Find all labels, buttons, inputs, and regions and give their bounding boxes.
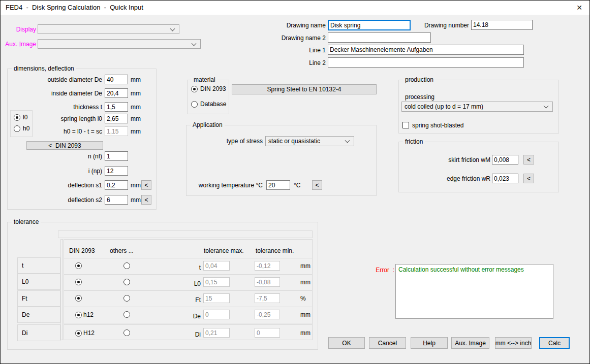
edge-friction-input[interactable]: [492, 174, 518, 183]
n-label: n (nf): [18, 153, 102, 160]
thickness-input[interactable]: [105, 102, 128, 112]
tolerance-t-others-radio[interactable]: [123, 262, 130, 269]
drawing-name-input[interactable]: [328, 20, 411, 30]
processing-value: cold coiled (up to d = 17 mm): [405, 103, 483, 110]
calc-button[interactable]: Calc: [539, 337, 570, 349]
h0-unit: mm: [131, 128, 141, 135]
drawing-name-label: Drawing name: [275, 22, 326, 29]
outside-diameter-unit: mm: [131, 76, 141, 83]
help-button[interactable]: Help: [411, 337, 448, 349]
working-temperature-input[interactable]: [266, 180, 290, 190]
tolerance-l0-din-radio[interactable]: [75, 279, 84, 285]
mm-inch-button[interactable]: mm <--> inch: [495, 337, 532, 349]
window-title: FED4 - Disk Spring Calculation - Quick I…: [6, 1, 143, 15]
tolerance-de-din-radio[interactable]: h12: [75, 311, 94, 318]
spring-length-unit: mm: [131, 115, 141, 122]
din-2093-radio[interactable]: DIN 2093: [191, 85, 226, 92]
processing-select[interactable]: cold coiled (up to d = 17 mm): [401, 102, 553, 112]
deflection-s2-input[interactable]: [105, 195, 128, 205]
thickness-unit: mm: [131, 104, 141, 111]
col-header-max: tolerance max.: [204, 247, 244, 254]
tolerance-de-unit: mm: [300, 311, 310, 318]
inside-diameter-input[interactable]: [105, 88, 128, 98]
din-2093-button[interactable]: < DIN 2093: [26, 141, 103, 150]
aux-image-select[interactable]: [38, 39, 201, 49]
tolerance-di-others-radio[interactable]: [123, 329, 130, 336]
radio-dot: [75, 262, 82, 269]
tolerance-di-min-input: [255, 328, 280, 338]
deflection-s1-label: deflection s1: [18, 182, 102, 189]
close-button[interactable]: ✕: [571, 1, 587, 15]
outside-diameter-label: outside diameter De: [18, 76, 102, 83]
friction-group-title: friction: [403, 138, 425, 146]
radio-dot: [191, 86, 198, 92]
tolerance-di-din-suffix: H12: [83, 329, 95, 337]
line1-label: Line 1: [275, 47, 326, 54]
shot-blasted-checkbox[interactable]: [402, 122, 409, 128]
tolerance-de-din-suffix: h12: [83, 311, 94, 318]
type-of-stress-select[interactable]: static or quasistatic: [265, 136, 354, 146]
tolerance-name-cell-t: t: [17, 257, 60, 274]
deflection-s1-input[interactable]: [105, 180, 128, 190]
l0-radio-label: l0: [23, 114, 27, 121]
tolerance-name-cell-ft: Ft: [17, 290, 60, 307]
production-group: production processing cold coiled (up to…: [398, 80, 559, 134]
tolerance-side-strip: [60, 239, 63, 340]
application-group: Application type of stress static or qua…: [186, 125, 377, 196]
tolerance-ft-others-radio[interactable]: [123, 295, 130, 302]
outside-diameter-input[interactable]: [105, 75, 128, 84]
din-2093-radio-label: DIN 2093: [200, 85, 226, 92]
display-label: Display: [6, 26, 36, 33]
s1-arrow-button[interactable]: <: [141, 180, 151, 190]
h0-radio[interactable]: h0: [14, 125, 29, 132]
ok-button[interactable]: OK: [328, 337, 365, 349]
drawing-name2-input[interactable]: [328, 32, 431, 43]
drawing-number-input[interactable]: [471, 20, 533, 30]
l0-radio[interactable]: l0: [14, 114, 27, 121]
cancel-button[interactable]: Cancel: [369, 337, 406, 349]
tolerance-t-din-radio[interactable]: [75, 262, 84, 269]
tolerance-t-unit: mm: [300, 262, 310, 270]
tolerance-l0-others-radio[interactable]: [123, 279, 130, 285]
chevron-down-icon: [345, 138, 350, 143]
tolerance-name-cell-di: Di: [17, 324, 60, 341]
drawing-number-label: Drawing number: [418, 22, 469, 29]
skirt-friction-label: skirt friction wM: [419, 156, 490, 163]
material-select-button[interactable]: Spring Steel to EN 10132-4: [232, 84, 377, 94]
line1-input[interactable]: [328, 45, 524, 55]
dimensions-group: dimensions, deflection outside diameter …: [7, 69, 157, 210]
tolerance-de-others-radio[interactable]: [123, 311, 130, 318]
tolerance-top-strip: [58, 230, 313, 238]
database-radio[interactable]: Database: [191, 101, 226, 108]
line2-label: Line 2: [275, 59, 326, 67]
i-input[interactable]: [105, 166, 128, 176]
tolerance-group: tolerance DIN 2093 others ... tolerance …: [7, 222, 318, 350]
tolerance-di-din-radio[interactable]: H12: [75, 329, 95, 337]
aux-image-button[interactable]: Aux. Image: [451, 337, 489, 349]
edge-arrow-button[interactable]: <: [523, 174, 534, 183]
tolerance-de-max-input: [203, 310, 230, 319]
production-group-title: production: [403, 76, 436, 84]
spring-length-input[interactable]: [105, 114, 128, 123]
radio-dot: [191, 101, 198, 108]
tolerance-t-min-input: [255, 261, 280, 271]
s2-arrow-button[interactable]: <: [141, 195, 151, 205]
type-of-stress-label: type of stress: [197, 138, 263, 145]
tolerance-de-row-label: De: [156, 313, 201, 320]
friction-group: friction skirt friction wM < edge fricti…: [398, 142, 559, 192]
n-input[interactable]: [105, 151, 128, 161]
radio-dot: [14, 125, 20, 132]
drawing-name2-label: Drawing name 2: [275, 35, 326, 42]
tolerance-l0-max-input: [203, 277, 230, 287]
line2-input[interactable]: [328, 57, 524, 68]
i-label: i (np): [18, 168, 102, 175]
tolerance-l0-row-label: L0: [156, 280, 201, 287]
tolerance-ft-row-label: Ft: [156, 296, 201, 304]
skirt-arrow-button[interactable]: <: [523, 155, 534, 164]
radio-dot: [123, 329, 130, 336]
skirt-friction-input[interactable]: [492, 155, 518, 164]
temperature-arrow-button[interactable]: <: [312, 180, 322, 190]
radio-dot: [123, 295, 130, 302]
display-select[interactable]: [38, 24, 179, 34]
tolerance-ft-din-radio[interactable]: [75, 295, 84, 302]
